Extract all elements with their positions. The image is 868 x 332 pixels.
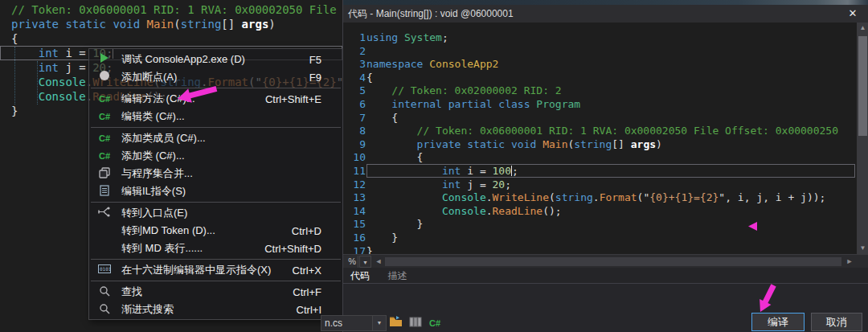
cancel-button[interactable]: 取消	[811, 313, 862, 331]
line-number: 13	[345, 191, 366, 204]
code-token: (	[174, 18, 180, 31]
menu-item-add-class-csharp[interactable]: C#添加类 (C#)...	[89, 147, 342, 165]
code-token: ReadLine	[493, 205, 543, 217]
code-token: string	[555, 191, 593, 203]
code-token: ();	[542, 205, 561, 217]
code-line[interactable]: }	[366, 217, 855, 231]
horizontal-scrollbar-thumb[interactable]	[385, 257, 841, 266]
assembly-references-icon[interactable]	[407, 315, 424, 331]
code-token: j =	[461, 178, 492, 191]
code-line[interactable]: Console.WriteLine(string.Format("{0}+{1}…	[366, 191, 855, 204]
code-token: Program	[536, 98, 580, 110]
code-line[interactable]: // Token: 0x06000001 RID: 1 RVA: 0x00002…	[366, 124, 855, 137]
csharp-icon: C#	[94, 110, 115, 123]
line-number: 3	[345, 57, 366, 71]
menu-item-find[interactable]: 查找Ctrl+F	[89, 283, 342, 301]
code-line[interactable]: private static void Main(string[] args)	[366, 137, 855, 151]
code-line[interactable]: {	[366, 111, 855, 125]
open-folder-icon[interactable]	[388, 315, 404, 331]
menu-item-debug-console-app[interactable]: 调试 ConsoleApp2.exe (D)F5	[89, 51, 342, 68]
csharp-icon: C#	[94, 92, 115, 105]
code-line-current[interactable]: int i = 100;	[366, 164, 855, 178]
dialog-title: 代码 - Main(string[]) : void @06000001	[343, 5, 868, 23]
code-line[interactable]: }	[366, 231, 855, 244]
code-line[interactable]: internal partial class Program	[366, 97, 855, 111]
scroll-up-icon[interactable]: ▲	[857, 23, 868, 34]
search-icon	[94, 303, 115, 316]
menu-item-label: 编辑方法 (C#)...	[121, 92, 195, 106]
menu-item-edit-class-csharp[interactable]: C#编辑类 (C#)...	[89, 108, 342, 125]
code-line[interactable]: {	[366, 71, 855, 84]
dialog-footer: n.cs ▼ C# 编译 取消	[343, 284, 868, 332]
code-line[interactable]: Console.ReadLine();	[366, 204, 855, 218]
left-code-line[interactable]: private static void Main(string[] args)	[0, 17, 342, 31]
menu-item-merge-with-assembly[interactable]: 与程序集合并...	[89, 165, 342, 182]
code-editor[interactable]: 1234567891011121314151617 using System;n…	[343, 23, 868, 254]
scroll-down-icon[interactable]: ▼	[857, 243, 868, 254]
line-number: 12	[345, 178, 366, 191]
file-combo-dropdown-icon[interactable]: ▼	[372, 316, 386, 330]
code-line[interactable]: namespace ConsoleApp2	[366, 57, 855, 71]
compile-button[interactable]: 编译	[751, 313, 805, 331]
code-token: ("	[637, 191, 650, 203]
left-code-line[interactable]: // Token: 0x06000001 RID: 1 RVA: 0x00002…	[0, 2, 342, 17]
code-token: ", i, j, i + j));	[719, 191, 825, 203]
menu-separator	[91, 88, 341, 88]
code-token: []	[612, 138, 630, 150]
tab-code[interactable]: 代码	[343, 268, 377, 284]
line-number: 2	[345, 44, 366, 58]
menu-item-add-breakpoint[interactable]: 添加断点(A)F9	[89, 68, 342, 86]
file-combo[interactable]: n.cs ▼	[321, 315, 387, 331]
menu-item-label: 编辑IL指令(S)	[121, 184, 186, 199]
code-token: Console	[11, 76, 86, 88]
code-line[interactable]: int j = 20;	[366, 178, 855, 191]
menu-separator	[91, 202, 341, 203]
close-icon[interactable]: ✕	[844, 6, 862, 21]
code-token: }	[366, 245, 373, 254]
code-token: i =	[461, 165, 492, 177]
indent-guide	[37, 61, 38, 105]
code-token: []	[221, 18, 241, 31]
menu-item-shortcut: Ctrl+X	[293, 264, 321, 277]
menu-item-shortcut: Ctrl+Shift+D	[264, 243, 321, 255]
csharp-file-icon[interactable]: C#	[427, 315, 443, 331]
menu-item-label: 与程序集合并...	[121, 166, 193, 181]
vertical-scrollbar-thumb[interactable]	[858, 36, 867, 136]
scroll-left-icon[interactable]: ◄	[374, 256, 383, 267]
menu-item-label: 编辑类 (C#)...	[121, 109, 185, 124]
code-token: args	[631, 138, 656, 150]
menu-item-incremental-search[interactable]: 渐进式搜索Ctrl+I	[89, 301, 342, 318]
menu-item-go-to-md-table-row[interactable]: 转到 MD 表行......Ctrl+Shift+D	[89, 240, 342, 257]
search-icon	[94, 285, 115, 298]
code-token: {	[366, 112, 398, 124]
scroll-right-icon[interactable]: ►	[845, 256, 854, 267]
menu-item-show-instruction-in-hex-editor[interactable]: 0101在十六进制编辑器中显示指令(X)Ctrl+X	[89, 261, 342, 279]
zoom-level-combo[interactable]: %	[343, 256, 358, 268]
vertical-scrollbar[interactable]: ▲ ▼	[857, 23, 868, 254]
code-line[interactable]	[366, 44, 855, 58]
menu-item-shortcut: F9	[309, 72, 321, 84]
context-menu: 调试 ConsoleApp2.exe (D)F5添加断点(A)F9C#编辑方法 …	[88, 48, 343, 320]
code-line[interactable]: using System;	[366, 31, 855, 44]
menu-item-add-class-member-csharp[interactable]: C#添加类成员 (C#)...	[89, 129, 342, 147]
line-number: 14	[345, 204, 366, 218]
menu-item-go-to-md-token[interactable]: 转到MD Token (D)...Ctrl+D	[89, 222, 342, 240]
code-token: // Token: 0x02000002 RID: 2	[366, 84, 562, 96]
code-token: Format	[600, 191, 637, 203]
indent-guide	[14, 47, 15, 105]
menu-item-edit-method-csharp[interactable]: C#编辑方法 (C#)...Ctrl+Shift+E	[89, 90, 342, 108]
code-line[interactable]: {	[366, 150, 855, 164]
hex-editor-icon: 0101	[94, 264, 115, 277]
line-number: 8	[345, 124, 366, 137]
left-code-line[interactable]: {	[0, 31, 342, 46]
tab-description[interactable]: 描述	[380, 268, 414, 284]
code-line[interactable]: // Token: 0x02000002 RID: 2	[366, 84, 855, 97]
menu-item-edit-il-instructions[interactable]: 编辑IL指令(S)	[89, 182, 342, 200]
menu-item-label: 渐进式搜索	[121, 302, 174, 317]
code-line[interactable]: }	[366, 244, 855, 254]
dialog-tab-strip: 代码 描述	[343, 268, 868, 284]
zoom-combo-dropdown-icon[interactable]: ▼	[359, 256, 371, 268]
code-token: Console	[366, 191, 486, 203]
menu-item-go-to-entry-point[interactable]: 转到入口点(E)	[89, 204, 342, 222]
menu-separator	[91, 259, 341, 260]
